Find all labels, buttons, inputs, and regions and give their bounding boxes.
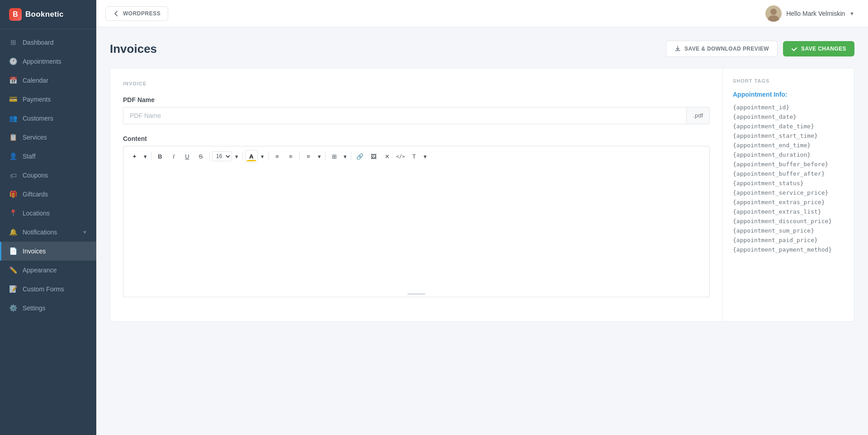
tag-appointment-extras-list[interactable]: {appointment_extras_list} bbox=[733, 207, 844, 216]
pdf-name-label: PDF Name bbox=[123, 96, 710, 103]
pdf-input-wrap: .pdf bbox=[123, 107, 710, 124]
sidebar-item-dashboard[interactable]: ⊞ Dashboard bbox=[0, 33, 96, 52]
sidebar-item-giftcards[interactable]: 🎁 Giftcards bbox=[0, 185, 96, 204]
sidebar-item-calendar[interactable]: 📅 Calendar bbox=[0, 71, 96, 90]
toolbar-align-dropdown[interactable]: ▾ bbox=[316, 150, 323, 163]
toolbar-underline-btn[interactable]: U bbox=[181, 150, 193, 163]
page-title: Invoices bbox=[110, 42, 157, 56]
wordpress-button[interactable]: WORDPRESS bbox=[105, 6, 168, 21]
tag-appointment-discount-price[interactable]: {appointment_discount_price} bbox=[733, 216, 844, 226]
toolbar-remove-btn[interactable]: ✕ bbox=[381, 150, 393, 163]
sidebar-item-payments[interactable]: 💳 Payments bbox=[0, 90, 96, 109]
font-size-select[interactable]: 16 8 10 12 14 18 24 36 bbox=[212, 151, 232, 161]
user-menu[interactable]: Hello Mark Velmiskin ▼ bbox=[765, 5, 854, 22]
toolbar-magic-dropdown[interactable]: ▾ bbox=[142, 150, 149, 163]
toolbar-link-btn[interactable]: 🔗 bbox=[354, 150, 366, 163]
sidebar-item-services[interactable]: 📋 Services bbox=[0, 128, 96, 147]
editor-body[interactable] bbox=[123, 166, 710, 297]
back-icon bbox=[113, 10, 119, 17]
toolbar-text-btn[interactable]: T bbox=[408, 150, 420, 163]
toolbar-color-dropdown[interactable]: ▾ bbox=[259, 150, 266, 163]
sidebar-nav: ⊞ Dashboard 🕐 Appointments 📅 Calendar 💳 … bbox=[0, 29, 96, 435]
sidebar-item-invoices[interactable]: 📄 Invoices bbox=[0, 242, 96, 261]
toolbar-bold-btn[interactable]: B bbox=[154, 150, 166, 163]
editor-resize-handle[interactable] bbox=[407, 293, 425, 295]
tag-appointment-duration[interactable]: {appointment_duration} bbox=[733, 150, 844, 159]
toolbar-sep-1 bbox=[151, 152, 151, 161]
save-changes-label: SAVE CHANGES bbox=[801, 46, 846, 52]
chevron-down-icon: ▼ bbox=[82, 229, 87, 235]
toolbar-table-dropdown[interactable]: ▾ bbox=[341, 150, 349, 163]
card-inner: INVOICE PDF Name .pdf Content bbox=[110, 68, 854, 321]
tag-appointment-status[interactable]: {appointment_status} bbox=[733, 178, 844, 188]
sidebar-item-appearance[interactable]: ✏️ Appearance bbox=[0, 261, 96, 280]
tag-appointment-buffer-after[interactable]: {appointment_buffer_after} bbox=[733, 169, 844, 178]
toolbar-fontsize-dropdown[interactable]: ▾ bbox=[233, 150, 240, 163]
sidebar: B Booknetic ⊞ Dashboard 🕐 Appointments 📅… bbox=[0, 0, 96, 435]
tag-appointment-end-time[interactable]: {appointment_end_time} bbox=[733, 140, 844, 150]
page-area: Invoices SAVE & DOWNLOAD PREVIEW SAVE CH… bbox=[96, 27, 868, 435]
tag-appointment-start-time[interactable]: {appointment_start_time} bbox=[733, 131, 844, 140]
sidebar-item-locations[interactable]: 📍 Locations bbox=[0, 204, 96, 223]
toolbar-image-btn[interactable]: 🖼 bbox=[367, 150, 380, 163]
sidebar-item-label: Locations bbox=[23, 210, 50, 217]
customers-icon: 👥 bbox=[9, 114, 17, 122]
main-content: WORDPRESS Hello Mark Velmiskin ▼ Invoice… bbox=[96, 0, 868, 435]
custom-forms-icon: 📝 bbox=[9, 285, 17, 293]
toolbar-sep-4 bbox=[268, 152, 269, 161]
sidebar-item-staff[interactable]: 👤 Staff bbox=[0, 147, 96, 166]
sidebar-item-label: Notifications bbox=[23, 229, 57, 236]
toolbar-sep-5 bbox=[299, 152, 300, 161]
toolbar-sep-2 bbox=[209, 152, 210, 161]
tag-appointment-buffer-before[interactable]: {appointment_buffer_before} bbox=[733, 159, 844, 169]
toolbar-italic-btn[interactable]: I bbox=[167, 150, 180, 163]
save-changes-button[interactable]: SAVE CHANGES bbox=[783, 41, 854, 56]
sidebar-item-coupons[interactable]: 🏷 Coupons bbox=[0, 166, 96, 185]
tag-appointment-date[interactable]: {appointment_date} bbox=[733, 112, 844, 122]
toolbar-color-btn[interactable]: A bbox=[245, 150, 258, 163]
tag-appointment-service-price[interactable]: {appointment_service_price} bbox=[733, 188, 844, 197]
editor-toolbar: ✦ ▾ B I U S 16 8 10 1 bbox=[123, 146, 710, 166]
content-label: Content bbox=[123, 135, 710, 142]
staff-icon: 👤 bbox=[9, 152, 17, 160]
wordpress-button-label: WORDPRESS bbox=[123, 10, 160, 17]
sidebar-item-custom-forms[interactable]: 📝 Custom Forms bbox=[0, 280, 96, 299]
page-header: Invoices SAVE & DOWNLOAD PREVIEW SAVE CH… bbox=[110, 41, 854, 57]
sidebar-item-appointments[interactable]: 🕐 Appointments bbox=[0, 52, 96, 71]
user-menu-chevron: ▼ bbox=[849, 11, 854, 16]
sidebar-item-settings[interactable]: ⚙️ Settings bbox=[0, 299, 96, 318]
toolbar-table-btn[interactable]: ⊞ bbox=[328, 150, 340, 163]
tag-appointment-paid-price[interactable]: {appointment_paid_price} bbox=[733, 235, 844, 245]
tag-appointment-extras-price[interactable]: {appointment_extras_price} bbox=[733, 197, 844, 207]
calendar-icon: 📅 bbox=[9, 76, 17, 84]
short-tags-panel: SHORT TAGS Appointment Info: {appointmen… bbox=[723, 68, 854, 321]
sidebar-item-label: Appearance bbox=[23, 267, 57, 274]
sidebar-item-label: Custom Forms bbox=[23, 285, 64, 293]
sidebar-item-label: Coupons bbox=[23, 172, 48, 179]
toolbar-source-btn[interactable]: </> bbox=[394, 150, 407, 163]
tag-appointment-sum-price[interactable]: {appointment_sum_price} bbox=[733, 226, 844, 235]
sidebar-item-notifications[interactable]: 🔔 Notifications ▼ bbox=[0, 223, 96, 242]
toolbar-ordered-list-btn[interactable]: ≡ bbox=[284, 150, 297, 163]
pdf-name-input[interactable] bbox=[123, 107, 686, 124]
tag-appointment-payment-method[interactable]: {appointment_payment_method} bbox=[733, 245, 844, 254]
toolbar-magic-btn[interactable]: ✦ bbox=[128, 150, 141, 163]
check-icon bbox=[791, 46, 797, 52]
tag-appointment-date-time[interactable]: {appointment_date_time} bbox=[733, 122, 844, 131]
settings-icon: ⚙️ bbox=[9, 304, 17, 312]
short-tags-list: {appointment_id} {appointment_date} {app… bbox=[733, 103, 844, 254]
appointments-icon: 🕐 bbox=[9, 57, 17, 65]
toolbar-text-dropdown[interactable]: ▾ bbox=[421, 150, 429, 163]
save-download-label: SAVE & DOWNLOAD PREVIEW bbox=[684, 46, 769, 52]
save-download-button[interactable]: SAVE & DOWNLOAD PREVIEW bbox=[666, 41, 778, 57]
sidebar-logo: B Booknetic bbox=[0, 0, 96, 29]
short-tags-section-title: Appointment Info: bbox=[733, 91, 844, 98]
toolbar-align-btn[interactable]: ≡ bbox=[302, 150, 315, 163]
pdf-name-group: PDF Name .pdf bbox=[123, 96, 710, 124]
sidebar-item-customers[interactable]: 👥 Customers bbox=[0, 109, 96, 128]
short-tags-title: SHORT TAGS bbox=[733, 78, 844, 84]
sidebar-item-label: Services bbox=[23, 134, 47, 141]
toolbar-strikethrough-btn[interactable]: S bbox=[194, 150, 207, 163]
tag-appointment-id[interactable]: {appointment_id} bbox=[733, 103, 844, 112]
toolbar-unordered-list-btn[interactable]: ≡ bbox=[271, 150, 283, 163]
